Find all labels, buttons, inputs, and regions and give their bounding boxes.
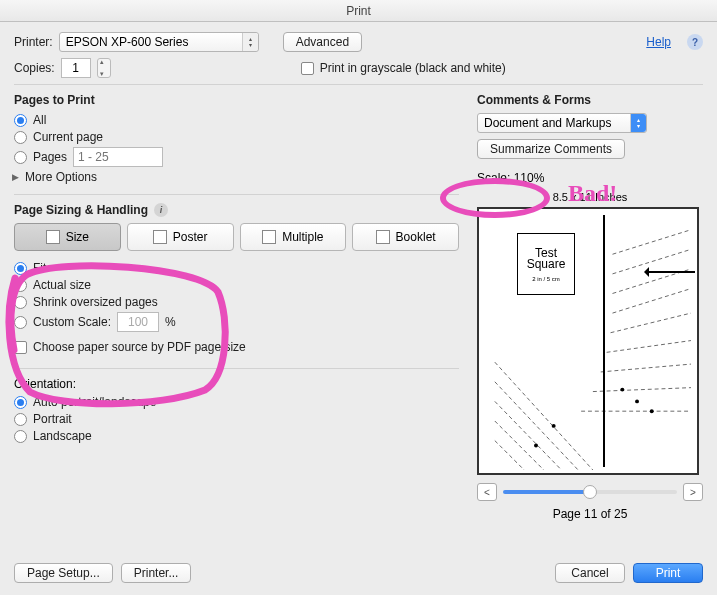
portrait-radio[interactable] — [14, 413, 27, 426]
disclosure-icon[interactable]: ▶ — [12, 172, 19, 182]
page-of-text: Page 11 of 25 — [477, 507, 703, 521]
booklet-icon — [376, 230, 390, 244]
annotation-circle — [440, 178, 550, 218]
pages-radio[interactable] — [14, 151, 27, 164]
zoom-prev-button[interactable]: < — [477, 483, 497, 501]
svg-point-2 — [620, 388, 624, 392]
size-icon — [46, 230, 60, 244]
cancel-button[interactable]: Cancel — [555, 563, 625, 583]
svg-point-0 — [635, 399, 639, 403]
page-setup-button[interactable]: Page Setup... — [14, 563, 113, 583]
current-radio[interactable] — [14, 131, 27, 144]
pattern-lines — [485, 215, 691, 470]
comments-title: Comments & Forms — [477, 93, 703, 107]
grayscale-checkbox[interactable] — [301, 62, 314, 75]
poster-tab[interactable]: Poster — [127, 223, 234, 251]
copies-input[interactable] — [61, 58, 91, 78]
pages-range-input[interactable] — [73, 147, 163, 167]
pages-to-print-title: Pages to Print — [14, 93, 459, 107]
all-label: All — [33, 113, 46, 127]
printer-value: EPSON XP-600 Series — [66, 35, 189, 49]
portrait-label: Portrait — [33, 412, 72, 426]
booklet-tab[interactable]: Booklet — [352, 223, 459, 251]
svg-point-1 — [650, 409, 654, 413]
zoom-next-button[interactable]: > — [683, 483, 703, 501]
summarize-button[interactable]: Summarize Comments — [477, 139, 625, 159]
copies-stepper[interactable] — [97, 58, 111, 78]
poster-icon — [153, 230, 167, 244]
all-radio[interactable] — [14, 114, 27, 127]
grayscale-label: Print in grayscale (black and white) — [320, 61, 506, 75]
multiple-tab[interactable]: Multiple — [240, 223, 347, 251]
window-title: Print — [346, 4, 371, 18]
svg-point-3 — [552, 424, 556, 428]
updown-icon — [242, 33, 258, 51]
annotation-bad: Bad! — [568, 180, 617, 207]
svg-point-4 — [534, 444, 538, 448]
size-tab[interactable]: Size — [14, 223, 121, 251]
printer-select[interactable]: EPSON XP-600 Series — [59, 32, 259, 52]
annotation-scribble — [0, 260, 240, 410]
updown-icon — [630, 114, 646, 132]
more-options[interactable]: More Options — [25, 170, 97, 184]
help-link[interactable]: Help — [646, 35, 671, 49]
preview: Test Square 2 in / 5 cm — [477, 207, 699, 475]
info-icon[interactable]: i — [154, 203, 168, 217]
titlebar: Print — [0, 0, 717, 22]
printer-button[interactable]: Printer... — [121, 563, 192, 583]
landscape-radio[interactable] — [14, 430, 27, 443]
divider — [14, 194, 459, 195]
sizing-title: Page Sizing & Handling — [14, 203, 148, 217]
comments-value: Document and Markups — [484, 116, 611, 130]
help-icon[interactable]: ? — [687, 34, 703, 50]
copies-label: Copies: — [14, 61, 55, 75]
zoom-slider[interactable] — [503, 490, 677, 494]
landscape-label: Landscape — [33, 429, 92, 443]
printer-label: Printer: — [14, 35, 53, 49]
comments-select[interactable]: Document and Markups — [477, 113, 647, 133]
multiple-icon — [262, 230, 276, 244]
pages-label: Pages — [33, 150, 67, 164]
divider — [14, 84, 703, 85]
print-button[interactable]: Print — [633, 563, 703, 583]
current-label: Current page — [33, 130, 103, 144]
advanced-button[interactable]: Advanced — [283, 32, 362, 52]
